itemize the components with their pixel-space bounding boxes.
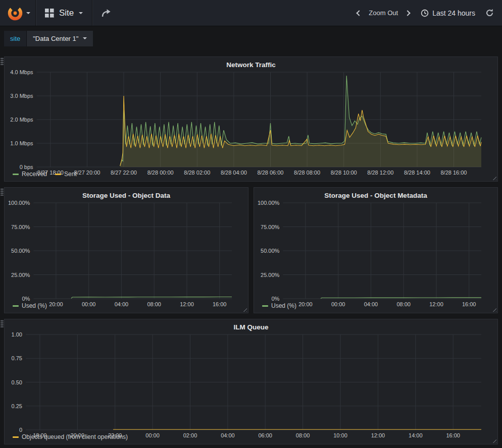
legend-series-swatch bbox=[262, 305, 268, 307]
storage-object-metadata-chart: 20:0000:0004:0008:0012:0016:000%25.00%50… bbox=[254, 200, 497, 302]
refresh-dashboard-button[interactable] bbox=[485, 9, 494, 17]
panel-title[interactable]: Network Traffic bbox=[5, 57, 497, 69]
time-shift-back-button[interactable] bbox=[357, 10, 362, 16]
svg-text:100.00%: 100.00% bbox=[8, 200, 30, 206]
svg-text:1.0 Mbps: 1.0 Mbps bbox=[10, 140, 33, 146]
legend-series-label: Sent bbox=[64, 171, 77, 178]
svg-text:1.00: 1.00 bbox=[12, 331, 22, 338]
panel-network-traffic: Network Traffic 8/27 18:008/27 20:008/27… bbox=[4, 57, 498, 182]
legend-item[interactable]: Sent bbox=[55, 171, 77, 178]
chart-legend: Used (%) bbox=[254, 302, 497, 313]
ilm-queue-chart: 18:0020:0022:0000:0002:0004:0006:0008:00… bbox=[5, 331, 497, 433]
dashboards-grid-icon bbox=[45, 9, 54, 18]
dashboard-picker[interactable]: Site bbox=[36, 0, 92, 26]
svg-text:0.75: 0.75 bbox=[12, 355, 22, 361]
clock-icon bbox=[421, 9, 429, 17]
dashboard-row: ILM Queue 18:0020:0022:0000:0002:0004:00… bbox=[4, 319, 498, 444]
submenu-controls: site "Data Center 1" bbox=[0, 26, 502, 50]
panel-title[interactable]: Storage Used - Object Data bbox=[5, 188, 248, 200]
share-dashboard-button[interactable] bbox=[92, 0, 120, 26]
chevron-down-icon bbox=[26, 12, 30, 14]
refresh-icon bbox=[485, 9, 494, 17]
row-drag-handle[interactable] bbox=[1, 58, 4, 65]
svg-text:0.50: 0.50 bbox=[12, 379, 22, 385]
chart-plot-area[interactable]: 20:0000:0004:0008:0012:0016:000%25.00%50… bbox=[5, 200, 248, 309]
svg-text:4.0 Mbps: 4.0 Mbps bbox=[10, 69, 33, 75]
dashboard-row: Network Traffic 8/27 18:008/27 20:008/27… bbox=[4, 57, 498, 182]
chart-plot-area[interactable]: 18:0020:0022:0000:0002:0004:0006:0008:00… bbox=[5, 331, 497, 440]
svg-text:75.00%: 75.00% bbox=[11, 224, 30, 230]
legend-item[interactable]: Used (%) bbox=[13, 302, 47, 309]
variable-label[interactable]: site bbox=[4, 31, 27, 46]
panel-ilm-queue: ILM Queue 18:0020:0022:0000:0002:0004:00… bbox=[4, 319, 498, 444]
svg-text:50.00%: 50.00% bbox=[11, 248, 30, 254]
chart-legend: Used (%) bbox=[5, 302, 248, 313]
legend-series-label: Used (%) bbox=[22, 302, 47, 309]
network-traffic-chart: 8/27 18:008/27 20:008/27 22:008/28 00:00… bbox=[5, 69, 497, 170]
row-drag-handle[interactable] bbox=[1, 188, 4, 196]
panel-storage-object-metadata: Storage Used - Object Metadata 20:0000:0… bbox=[254, 187, 498, 313]
svg-text:25.00%: 25.00% bbox=[11, 272, 30, 278]
panel-title[interactable]: ILM Queue bbox=[5, 319, 497, 331]
top-navbar: Site Zoom Out Last 24 hours bbox=[0, 0, 502, 26]
chart-plot-area[interactable]: 20:0000:0004:0008:0012:0016:000%25.00%50… bbox=[254, 200, 497, 309]
chevron-down-icon bbox=[79, 12, 83, 14]
legend-series-label: Used (%) bbox=[271, 302, 296, 309]
grafana-logo-icon bbox=[7, 5, 24, 22]
row-drag-handle[interactable] bbox=[1, 320, 4, 327]
panel-storage-object-data: Storage Used - Object Data 20:0000:0004:… bbox=[4, 187, 248, 313]
share-icon bbox=[101, 9, 111, 18]
legend-item[interactable]: Objects queued (from client operations) bbox=[13, 433, 128, 440]
chart-plot-area[interactable]: 8/27 18:008/27 20:008/27 22:008/28 00:00… bbox=[5, 69, 497, 177]
variable-value-dropdown[interactable]: "Data Center 1" bbox=[27, 31, 93, 46]
storage-object-data-chart: 20:0000:0004:0008:0012:0016:000%25.00%50… bbox=[5, 200, 248, 302]
time-range-picker[interactable]: Last 24 hours bbox=[421, 9, 475, 17]
grafana-logo-menu[interactable] bbox=[0, 0, 35, 26]
legend-series-swatch bbox=[55, 174, 61, 175]
legend-item[interactable]: Received bbox=[13, 171, 47, 178]
variable-value-text: "Data Center 1" bbox=[33, 35, 78, 42]
chart-legend: Objects queued (from client operations) bbox=[5, 433, 497, 444]
time-shift-forward-button[interactable] bbox=[405, 10, 410, 16]
svg-text:3.0 Mbps: 3.0 Mbps bbox=[10, 93, 33, 99]
svg-text:100.00%: 100.00% bbox=[258, 200, 280, 206]
dashboard-row: Storage Used - Object Data 20:0000:0004:… bbox=[4, 187, 498, 313]
svg-text:0%: 0% bbox=[22, 296, 30, 302]
zoom-out-button[interactable]: Zoom Out bbox=[369, 9, 398, 17]
dashboard-title: Site bbox=[59, 8, 74, 18]
time-range-label: Last 24 hours bbox=[432, 9, 475, 17]
legend-series-label: Objects queued (from client operations) bbox=[22, 433, 128, 440]
svg-text:50.00%: 50.00% bbox=[261, 248, 280, 254]
svg-text:0: 0 bbox=[19, 427, 22, 433]
chevron-down-icon bbox=[83, 37, 87, 39]
legend-series-swatch bbox=[13, 305, 19, 307]
legend-series-swatch bbox=[13, 436, 19, 438]
svg-text:0 bps: 0 bps bbox=[20, 164, 33, 170]
svg-text:0.25: 0.25 bbox=[12, 403, 22, 409]
legend-item[interactable]: Used (%) bbox=[262, 302, 296, 309]
svg-text:25.00%: 25.00% bbox=[261, 272, 280, 278]
panel-title[interactable]: Storage Used - Object Metadata bbox=[254, 188, 497, 200]
svg-text:75.00%: 75.00% bbox=[261, 224, 280, 230]
svg-text:2.0 Mbps: 2.0 Mbps bbox=[10, 117, 33, 123]
svg-text:0%: 0% bbox=[271, 296, 279, 302]
legend-series-swatch bbox=[13, 174, 19, 175]
legend-series-label: Received bbox=[22, 171, 47, 178]
chart-legend: ReceivedSent bbox=[5, 170, 497, 181]
dashboard-grid: Network Traffic 8/27 18:008/27 20:008/27… bbox=[0, 50, 502, 447]
template-variable-site: site "Data Center 1" bbox=[4, 31, 93, 46]
